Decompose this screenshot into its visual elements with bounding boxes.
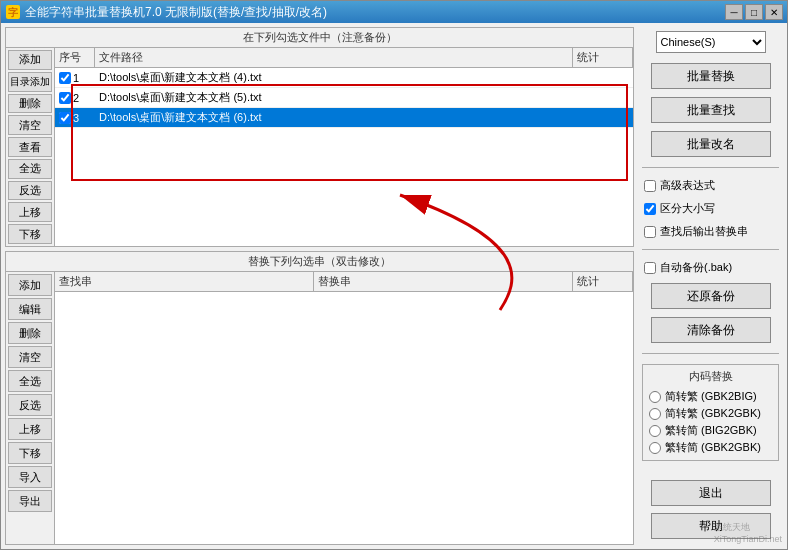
rep-header-replace: 替换串 xyxy=(314,272,573,291)
file-dir-add-button[interactable]: 目录添加 xyxy=(8,72,52,92)
file-section-title: 在下列勾选文件中（注意备份） xyxy=(6,28,633,48)
output-replace-label: 查找后输出替换串 xyxy=(660,224,748,239)
case-sensitive-checkbox[interactable] xyxy=(644,203,656,215)
minimize-button[interactable]: ─ xyxy=(725,4,743,20)
file-table-header: 序号 文件路径 统计 xyxy=(55,48,633,68)
encoding-section: 内码替换 简转繁 (GBK2BIG) 简转繁 (GBK2GBK) 繁转简 (BI… xyxy=(642,364,779,461)
file-table-area: 序号 文件路径 统计 1 D:\tools\桌面\新建文本文档 (4).txt … xyxy=(55,48,633,246)
replace-section-title: 替换下列勾选串（双击修改） xyxy=(6,252,633,272)
rep-export-button[interactable]: 导出 xyxy=(8,490,52,512)
right-panel: Chinese(S) Chinese(T) English 批量替换 批量查找 … xyxy=(638,27,783,545)
radio-gbk2gbk2[interactable] xyxy=(649,442,661,454)
language-select[interactable]: Chinese(S) Chinese(T) English xyxy=(656,31,766,53)
output-replace-checkbox[interactable] xyxy=(644,226,656,238)
file-table-row[interactable]: 3 D:\tools\桌面\新建文本文档 (6).txt xyxy=(55,108,633,128)
batch-replace-button[interactable]: 批量替换 xyxy=(651,63,771,89)
batch-find-button[interactable]: 批量查找 xyxy=(651,97,771,123)
file-row-checkbox[interactable] xyxy=(59,112,71,124)
file-invert-button[interactable]: 反选 xyxy=(8,181,52,201)
divider-1 xyxy=(642,167,779,168)
rep-invert-button[interactable]: 反选 xyxy=(8,394,52,416)
rep-import-button[interactable]: 导入 xyxy=(8,466,52,488)
radio-gbk2gbk2-row: 繁转简 (GBK2GBK) xyxy=(647,439,774,456)
radio-gbk2gbk2-label: 繁转简 (GBK2GBK) xyxy=(665,440,761,455)
replace-table-header: 查找串 替换串 统计 xyxy=(55,272,633,292)
file-row-checkbox[interactable] xyxy=(59,72,71,84)
file-cell-num: 3 xyxy=(55,111,95,125)
replace-side-buttons: 添加 编辑 删除 清空 全选 反选 上移 下移 导入 导出 xyxy=(6,272,55,544)
rep-select-all-button[interactable]: 全选 xyxy=(8,370,52,392)
rep-header-stat: 统计 xyxy=(573,272,633,291)
language-select-row: Chinese(S) Chinese(T) English xyxy=(638,27,783,57)
file-delete-button[interactable]: 删除 xyxy=(8,94,52,114)
rep-header-find: 查找串 xyxy=(55,272,314,291)
file-move-up-button[interactable]: 上移 xyxy=(8,202,52,222)
file-cell-num: 2 xyxy=(55,91,95,105)
file-add-button[interactable]: 添加 xyxy=(8,50,52,70)
help-button[interactable]: 帮助 xyxy=(651,513,771,539)
divider-3 xyxy=(642,353,779,354)
file-header-stat: 统计 xyxy=(573,48,633,67)
file-side-buttons: 添加 目录添加 删除 清空 查看 全选 反选 上移 下移 xyxy=(6,48,55,246)
advanced-regex-row: 高级表达式 xyxy=(638,176,783,195)
file-row-num: 1 xyxy=(73,72,79,84)
window-title: 全能字符串批量替换机7.0 无限制版(替换/查找/抽取/改名) xyxy=(25,4,725,21)
auto-backup-row: 自动备份(.bak) xyxy=(638,258,783,277)
close-button[interactable]: ✕ xyxy=(765,4,783,20)
case-sensitive-label: 区分大小写 xyxy=(660,201,715,216)
file-row-num: 2 xyxy=(73,92,79,104)
left-panel: 在下列勾选文件中（注意备份） 添加 目录添加 删除 清空 查看 全选 反选 上移… xyxy=(5,27,634,545)
file-cell-path: D:\tools\桌面\新建文本文档 (6).txt xyxy=(95,109,573,126)
file-section: 在下列勾选文件中（注意备份） 添加 目录添加 删除 清空 查看 全选 反选 上移… xyxy=(5,27,634,247)
radio-gbk2gbk-label: 简转繁 (GBK2GBK) xyxy=(665,406,761,421)
auto-backup-checkbox[interactable] xyxy=(644,262,656,274)
restore-backup-button[interactable]: 还原备份 xyxy=(651,283,771,309)
radio-gbk2big-label: 简转繁 (GBK2BIG) xyxy=(665,389,757,404)
output-replace-row: 查找后输出替换串 xyxy=(638,222,783,241)
file-cell-stat xyxy=(573,117,633,119)
file-table-row[interactable]: 1 D:\tools\桌面\新建文本文档 (4).txt xyxy=(55,68,633,88)
file-clear-button[interactable]: 清空 xyxy=(8,115,52,135)
window-controls: ─ □ ✕ xyxy=(725,4,783,20)
file-cell-stat xyxy=(573,97,633,99)
file-move-down-button[interactable]: 下移 xyxy=(8,224,52,244)
maximize-button[interactable]: □ xyxy=(745,4,763,20)
replace-table-area: 查找串 替换串 统计 xyxy=(55,272,633,544)
rep-add-button[interactable]: 添加 xyxy=(8,274,52,296)
replace-section-body: 添加 编辑 删除 清空 全选 反选 上移 下移 导入 导出 查找串 xyxy=(6,272,633,544)
rep-move-down-button[interactable]: 下移 xyxy=(8,442,52,464)
exit-button[interactable]: 退出 xyxy=(651,480,771,506)
bottom-buttons: 退出 帮助 xyxy=(638,478,783,545)
svg-text:字: 字 xyxy=(8,7,19,18)
batch-rename-button[interactable]: 批量改名 xyxy=(651,131,771,157)
case-sensitive-row: 区分大小写 xyxy=(638,199,783,218)
replace-section: 替换下列勾选串（双击修改） 添加 编辑 删除 清空 全选 反选 上移 下移 导入… xyxy=(5,251,634,545)
file-cell-path: D:\tools\桌面\新建文本文档 (4).txt xyxy=(95,69,573,86)
file-section-body: 添加 目录添加 删除 清空 查看 全选 反选 上移 下移 序号 文件路径 xyxy=(6,48,633,246)
file-row-num: 3 xyxy=(73,112,79,124)
file-cell-num: 1 xyxy=(55,71,95,85)
rep-move-up-button[interactable]: 上移 xyxy=(8,418,52,440)
file-row-checkbox[interactable] xyxy=(59,92,71,104)
encoding-title: 内码替换 xyxy=(647,369,774,384)
file-view-button[interactable]: 查看 xyxy=(8,137,52,157)
file-header-num: 序号 xyxy=(55,48,95,67)
rep-clear-button[interactable]: 清空 xyxy=(8,346,52,368)
file-header-path: 文件路径 xyxy=(95,48,573,67)
radio-big2gbk-row: 繁转简 (BIG2GBK) xyxy=(647,422,774,439)
radio-big2gbk[interactable] xyxy=(649,425,661,437)
rep-edit-button[interactable]: 编辑 xyxy=(8,298,52,320)
file-select-all-button[interactable]: 全选 xyxy=(8,159,52,179)
radio-gbk2gbk[interactable] xyxy=(649,408,661,420)
radio-big2gbk-label: 繁转简 (BIG2GBK) xyxy=(665,423,757,438)
app-icon: 字 xyxy=(5,4,21,20)
clear-backup-button[interactable]: 清除备份 xyxy=(651,317,771,343)
file-cell-path: D:\tools\桌面\新建文本文档 (5).txt xyxy=(95,89,573,106)
main-window: 字 全能字符串批量替换机7.0 无限制版(替换/查找/抽取/改名) ─ □ ✕ … xyxy=(0,0,788,550)
divider-2 xyxy=(642,249,779,250)
radio-gbk2big[interactable] xyxy=(649,391,661,403)
advanced-regex-label: 高级表达式 xyxy=(660,178,715,193)
file-table-row[interactable]: 2 D:\tools\桌面\新建文本文档 (5).txt xyxy=(55,88,633,108)
rep-delete-button[interactable]: 删除 xyxy=(8,322,52,344)
advanced-regex-checkbox[interactable] xyxy=(644,180,656,192)
